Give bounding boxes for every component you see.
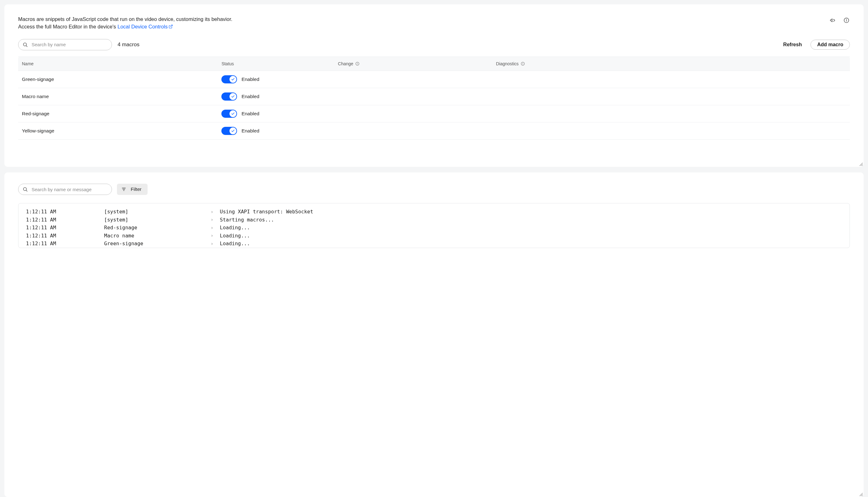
resize-handle-icon	[859, 162, 864, 167]
log-time: 1:12:11 AM	[26, 232, 104, 240]
status-label: Enabled	[242, 76, 259, 82]
info-icon[interactable]	[521, 61, 525, 66]
macro-name-cell: Red-signage	[18, 105, 218, 122]
log-message: Starting macros...	[220, 216, 842, 224]
log-search-input[interactable]	[18, 184, 112, 195]
chevron-right-icon: ›	[204, 216, 220, 223]
log-message: Loading...	[220, 224, 842, 232]
status-toggle[interactable]	[221, 110, 237, 118]
intro-line1: Macros are snippets of JavaScript code t…	[18, 16, 232, 22]
macro-diagnostics-cell	[492, 122, 850, 139]
macro-change-cell	[334, 71, 492, 88]
col-diagnostics: Diagnostics	[492, 57, 850, 71]
search-wrap	[18, 39, 112, 50]
svg-line-21	[861, 494, 863, 496]
svg-line-16	[26, 190, 27, 191]
macro-count-label: 4 macros	[118, 42, 139, 48]
log-time: 1:12:11 AM	[26, 224, 104, 232]
macro-status-cell: Enabled	[218, 71, 334, 88]
macro-change-cell	[334, 88, 492, 105]
intro-text: Macros are snippets of JavaScript code t…	[18, 16, 300, 31]
add-macro-button[interactable]: Add macro	[811, 40, 850, 50]
macro-diagnostics-cell	[492, 88, 850, 105]
search-input[interactable]	[18, 39, 112, 50]
svg-line-3	[170, 25, 172, 27]
local-device-controls-link[interactable]: Local Device Controls	[118, 24, 173, 29]
log-message: Loading...	[220, 240, 842, 248]
status-toggle[interactable]	[221, 75, 237, 83]
svg-line-13	[861, 164, 863, 166]
log-row[interactable]: 1:12:11 AM[system]›Using XAPI transport:…	[26, 208, 842, 216]
macro-change-cell	[334, 122, 492, 139]
svg-point-2	[846, 19, 847, 19]
filter-button[interactable]: Filter	[117, 184, 148, 195]
log-source: [system]	[104, 208, 204, 216]
log-source: Green-signage	[104, 240, 204, 248]
table-row[interactable]: Red-signageEnabled	[18, 105, 850, 122]
log-source: Macro name	[104, 232, 204, 240]
resize-handle-icon	[859, 492, 864, 497]
svg-line-5	[26, 46, 27, 46]
status-label: Enabled	[242, 111, 259, 116]
status-toggle[interactable]	[221, 93, 237, 101]
chevron-right-icon: ›	[204, 232, 220, 239]
chevron-right-icon: ›	[204, 224, 220, 231]
log-source: [system]	[104, 216, 204, 224]
log-message: Using XAPI transport: WebSocket	[220, 208, 842, 216]
log-row[interactable]: 1:12:11 AMRed-signage›Loading...	[26, 224, 842, 232]
chevron-right-icon: ›	[204, 240, 220, 247]
table-row[interactable]: Yellow-signageEnabled	[18, 122, 850, 139]
search-icon	[23, 42, 28, 47]
col-name: Name	[18, 57, 218, 71]
refresh-button[interactable]: Refresh	[780, 40, 805, 49]
intro-line2-prefix: Access the full Macro Editor in the devi…	[18, 24, 118, 29]
log-row[interactable]: 1:12:11 AM[system]›Starting macros...	[26, 216, 842, 224]
table-row[interactable]: Green-signageEnabled	[18, 71, 850, 88]
log-row[interactable]: 1:12:11 AMGreen-signage›Loading...	[26, 240, 842, 248]
status-label: Enabled	[242, 94, 259, 99]
search-wrap-logs	[18, 184, 112, 195]
col-status: Status	[218, 57, 334, 71]
svg-point-8	[357, 63, 358, 63]
col-change: Change	[334, 57, 492, 71]
log-row[interactable]: 1:12:11 AMMacro name›Loading...	[26, 232, 842, 240]
info-icon[interactable]	[843, 17, 850, 24]
macro-status-cell: Enabled	[218, 88, 334, 105]
table-row[interactable]: Macro nameEnabled	[18, 88, 850, 105]
filter-label: Filter	[131, 186, 141, 192]
svg-line-12	[859, 163, 863, 166]
macro-status-cell: Enabled	[218, 105, 334, 122]
svg-line-14	[862, 165, 863, 166]
logs-toolbar: Filter	[18, 184, 850, 195]
macros-toolbar: 4 macros Refresh Add macro	[18, 39, 850, 50]
status-toggle[interactable]	[221, 127, 237, 135]
macro-name-cell: Green-signage	[18, 71, 218, 88]
macro-diagnostics-cell	[492, 105, 850, 122]
link-text: Local Device Controls	[118, 24, 168, 29]
macro-diagnostics-cell	[492, 71, 850, 88]
log-time: 1:12:11 AM	[26, 208, 104, 216]
chevron-right-icon: ›	[204, 208, 220, 215]
info-icon[interactable]	[355, 61, 360, 66]
macro-change-cell	[334, 105, 492, 122]
announcement-icon[interactable]	[829, 17, 836, 24]
svg-line-22	[862, 495, 863, 496]
search-icon	[23, 187, 28, 192]
log-message: Loading...	[220, 232, 842, 240]
log-time: 1:12:11 AM	[26, 240, 104, 248]
status-label: Enabled	[242, 128, 259, 134]
panel-header-actions	[829, 17, 850, 24]
macro-name-cell: Yellow-signage	[18, 122, 218, 139]
log-time: 1:12:11 AM	[26, 216, 104, 224]
macro-name-cell: Macro name	[18, 88, 218, 105]
macros-panel: Macros are snippets of JavaScript code t…	[4, 4, 864, 167]
external-link-icon	[168, 24, 173, 31]
macro-status-cell: Enabled	[218, 122, 334, 139]
logs-panel: Filter 1:12:11 AM[system]›Using XAPI tra…	[4, 172, 864, 497]
filter-icon	[121, 187, 126, 192]
macros-table: Name Status Change Diagnostics	[18, 57, 850, 140]
log-source: Red-signage	[104, 224, 204, 232]
svg-line-20	[859, 493, 863, 496]
log-output: 1:12:11 AM[system]›Using XAPI transport:…	[18, 203, 850, 248]
